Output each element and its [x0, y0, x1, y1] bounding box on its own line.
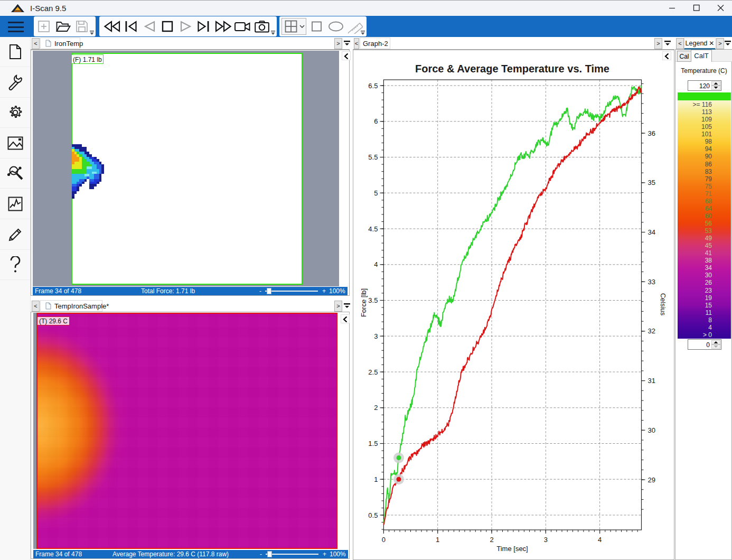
svg-text:2: 2: [490, 536, 493, 544]
svg-text:34: 34: [648, 228, 655, 236]
svg-text:0: 0: [382, 536, 386, 544]
svg-text:31: 31: [648, 377, 655, 385]
svg-text:35: 35: [648, 179, 655, 186]
svg-text:33: 33: [648, 278, 655, 286]
svg-text:3: 3: [544, 536, 548, 544]
svg-text:0.5: 0.5: [368, 511, 378, 519]
svg-text:6: 6: [374, 117, 378, 125]
svg-text:3: 3: [374, 332, 378, 340]
svg-text:6.5: 6.5: [368, 82, 378, 90]
svg-text:Force [lb]: Force [lb]: [360, 288, 368, 317]
svg-text:1.5: 1.5: [368, 440, 378, 447]
svg-text:2.5: 2.5: [368, 368, 378, 376]
svg-text:29: 29: [648, 476, 655, 484]
svg-text:3.5: 3.5: [368, 296, 378, 304]
svg-text:4.5: 4.5: [368, 225, 378, 233]
svg-text:Celsius: Celsius: [659, 293, 667, 316]
svg-text:5.5: 5.5: [368, 153, 378, 161]
svg-text:32: 32: [648, 327, 655, 335]
svg-text:5: 5: [374, 189, 378, 197]
svg-text:Force & Average Temperature vs: Force & Average Temperature vs. Time: [415, 63, 609, 74]
svg-text:1: 1: [374, 475, 378, 483]
svg-text:30: 30: [648, 426, 655, 434]
svg-text:1: 1: [436, 536, 439, 544]
svg-text:2: 2: [374, 404, 378, 412]
svg-text:36: 36: [648, 129, 655, 137]
svg-text:Time [sec]: Time [sec]: [496, 545, 528, 553]
svg-text:4: 4: [598, 536, 602, 544]
svg-text:4: 4: [374, 260, 378, 268]
